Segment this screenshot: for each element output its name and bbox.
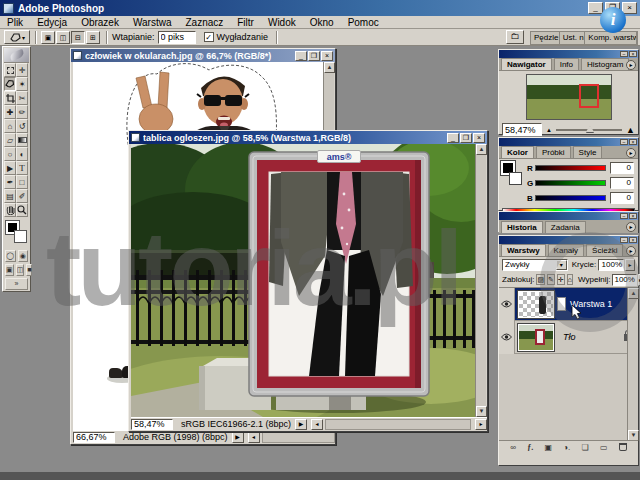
navigator-zoom-input[interactable]: [502, 123, 542, 136]
shape-tool[interactable]: □: [16, 175, 28, 189]
well-tab-ustawienia[interactable]: Ust. n: [560, 32, 586, 44]
marquee-tool[interactable]: [4, 63, 16, 77]
slice-tool[interactable]: ✂: [16, 91, 28, 105]
hand-tool[interactable]: [4, 203, 16, 217]
zoom-in-mountains-icon[interactable]: ▲: [626, 125, 635, 135]
document-window-tablica[interactable]: tablica ogloszen.jpg @ 58,5% (Warstwa 1,…: [128, 130, 488, 432]
opacity-value[interactable]: 100%: [598, 259, 624, 271]
menu-edycja[interactable]: Edycja: [30, 17, 74, 28]
lock-paint-icon[interactable]: ✎: [547, 274, 555, 285]
doc2-hscroll-track[interactable]: [325, 419, 471, 430]
quick-mask-mode-button[interactable]: ◉: [18, 250, 29, 262]
doc1-hscroll-left-icon[interactable]: ◂: [248, 432, 260, 443]
fill-value[interactable]: 100%: [612, 274, 636, 286]
doc1-hscroll-track[interactable]: [262, 432, 335, 443]
notes-tool[interactable]: ▤: [4, 189, 16, 203]
close-button[interactable]: ×: [622, 2, 637, 14]
panel-minimize-icon[interactable]: –: [620, 51, 628, 57]
tab-zadania[interactable]: Zadania: [545, 221, 586, 233]
navigator-zoom-slider[interactable]: [556, 129, 622, 131]
doc2-hscroll-left-icon[interactable]: ◂: [311, 419, 323, 430]
navigator-thumbnail[interactable]: [526, 74, 612, 120]
doc2-restore-button[interactable]: ❐: [460, 133, 472, 143]
layer2-thumbnail[interactable]: [518, 324, 554, 351]
tab-kolor[interactable]: Kolor: [501, 146, 534, 158]
channel-b-value[interactable]: 0: [610, 192, 634, 204]
doc1-restore-button[interactable]: ❐: [308, 51, 320, 61]
link-layers-icon[interactable]: ∞: [510, 443, 516, 452]
new-group-icon[interactable]: ❏: [582, 443, 589, 452]
background-color-swatch[interactable]: [509, 172, 522, 185]
add-mask-icon[interactable]: ▣: [544, 443, 552, 452]
gradient-tool[interactable]: [16, 133, 28, 147]
layer1-thumbnail[interactable]: [518, 291, 554, 318]
channel-r-slider[interactable]: [535, 165, 606, 171]
selection-intersect-button[interactable]: ⊞: [86, 31, 100, 44]
clone-stamp-tool[interactable]: ⌂: [4, 119, 16, 133]
layer-row-warstwa1[interactable]: Warstwa 1: [499, 288, 638, 321]
scroll-up-icon[interactable]: ▲: [324, 62, 335, 73]
doc2-vertical-scrollbar[interactable]: ▲ ▼: [475, 144, 486, 417]
delete-layer-trash-icon[interactable]: [619, 443, 627, 451]
dodge-tool[interactable]: ◐: [16, 147, 28, 161]
standard-mode-button[interactable]: ◯: [5, 250, 16, 262]
panel-minimize-icon[interactable]: –: [620, 139, 628, 145]
doc2-status-menu-arrow-icon[interactable]: ▶: [295, 419, 307, 430]
layers-scrollbar[interactable]: ▲ ▼: [627, 288, 638, 441]
tab-style[interactable]: Style: [573, 146, 603, 158]
panel-close-icon[interactable]: ×: [629, 213, 637, 219]
doc2-zoom-input[interactable]: [131, 419, 173, 430]
menu-pomoc[interactable]: Pomoc: [341, 17, 386, 28]
tab-histogram[interactable]: Histogram: [581, 58, 629, 70]
tab-sciezki[interactable]: Ścieżki: [586, 244, 623, 256]
eraser-tool[interactable]: ▱: [4, 133, 16, 147]
channel-g-value[interactable]: 0: [610, 177, 634, 189]
layers-panel-titlebar[interactable]: – ×: [499, 236, 638, 244]
navigator-panel-titlebar[interactable]: – ×: [499, 50, 638, 58]
type-tool[interactable]: T: [16, 161, 28, 175]
menu-zaznacz[interactable]: Zaznacz: [178, 17, 230, 28]
tab-nawigator[interactable]: Nawigator: [501, 58, 552, 70]
menu-widok[interactable]: Widok: [261, 17, 303, 28]
channel-b-slider[interactable]: [535, 195, 606, 201]
antialias-checkbox[interactable]: ✓: [204, 32, 214, 42]
well-tab-kompozycje[interactable]: Komp. warstw: [585, 32, 637, 44]
menu-filtr[interactable]: Filtr: [230, 17, 261, 28]
selection-add-button[interactable]: ◫: [56, 31, 70, 44]
new-layer-icon[interactable]: ▭: [600, 443, 608, 452]
screen-mode-full-button[interactable]: ■: [26, 264, 32, 276]
layer-style-icon[interactable]: ƒ.: [527, 443, 533, 452]
navigator-view-rectangle[interactable]: [579, 84, 599, 108]
jump-to-imageready-button[interactable]: »: [5, 278, 28, 290]
adjustment-layer-icon[interactable]: ◑.: [563, 443, 570, 452]
selection-new-button[interactable]: ▣: [41, 31, 55, 44]
panel-menu-icon[interactable]: ▸: [626, 60, 636, 70]
tab-historia[interactable]: Historia: [501, 221, 543, 233]
scroll-up-icon[interactable]: ▲: [628, 288, 639, 299]
tab-kanaly[interactable]: Kanały: [548, 244, 584, 256]
slider-thumb[interactable]: [586, 125, 594, 132]
doc1-titlebar[interactable]: człowiek w okularach.jpg @ 66,7% (RGB/8*…: [71, 49, 335, 62]
scroll-up-icon[interactable]: ▲: [476, 144, 487, 155]
history-brush-tool[interactable]: ↺: [16, 119, 28, 133]
crop-tool[interactable]: [4, 91, 16, 105]
opacity-spinner-icon[interactable]: ▸: [625, 259, 635, 271]
menu-okno[interactable]: Okno: [303, 17, 341, 28]
dropdown-arrow-icon[interactable]: ▾: [556, 260, 567, 270]
brush-tool[interactable]: ✏: [16, 105, 28, 119]
screen-mode-full-menubar-button[interactable]: ◫: [16, 264, 25, 276]
visibility-toggle[interactable]: [499, 321, 515, 354]
panel-close-icon[interactable]: ×: [629, 139, 637, 145]
menu-plik[interactable]: Plik: [0, 17, 30, 28]
zoom-tool[interactable]: [16, 203, 28, 217]
doc2-titlebar[interactable]: tablica ogloszen.jpg @ 58,5% (Warstwa 1,…: [129, 131, 487, 144]
tab-warstwy[interactable]: Warstwy: [501, 244, 546, 256]
tool-preset-button[interactable]: ▾: [4, 30, 30, 44]
lock-move-icon[interactable]: ✛: [557, 274, 565, 285]
doc2-canvas[interactable]: ams®: [131, 144, 475, 417]
blur-tool[interactable]: ○: [4, 147, 16, 161]
lock-all-icon[interactable]: ⌂: [567, 274, 573, 285]
background-color-swatch[interactable]: [14, 230, 27, 243]
minimize-button[interactable]: _: [588, 2, 603, 14]
color-panel-titlebar[interactable]: – ×: [499, 138, 638, 146]
